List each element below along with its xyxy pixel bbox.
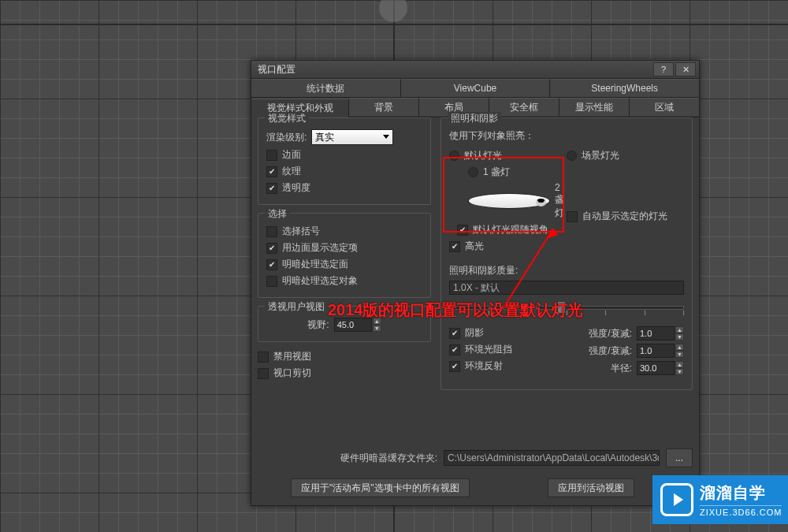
radius-input[interactable] [637,361,675,375]
cb-follow-view[interactable] [457,225,468,236]
cb-reflect[interactable] [449,361,460,372]
lbl-edge-sel: 用边面显示选定项 [282,241,358,255]
lbl-shade-face: 明暗处理选定面 [282,258,348,271]
lbl-highlight: 高光 [465,240,484,253]
tab-viewcube[interactable]: ViewCube [401,79,551,97]
legend-lighting: 照明和阴影 [448,112,501,125]
render-level-select[interactable]: 真实 [311,129,393,145]
watermark-logo-icon [660,483,693,516]
intensity1-spinner[interactable]: ▲▼ [637,326,684,340]
apply-active-button[interactable]: 应用到活动视图 [548,478,634,497]
cache-path[interactable]: C:\Users\Administrator\AppData\Local\Aut… [444,450,660,466]
lbl-default-light: 默认灯光 [464,149,502,162]
lbl-shade-obj: 明暗处理选定对象 [282,274,358,288]
fov-down[interactable]: ▼ [373,325,381,332]
tab-region[interactable]: 区域 [630,98,699,116]
cb-viewport-clip[interactable] [258,368,269,379]
dialog-title: 视口配置 [258,63,652,76]
cb-edge-sel[interactable] [266,243,277,254]
dialog-titlebar[interactable]: 视口配置 ? ✕ [251,61,699,79]
tab-background[interactable]: 背景 [349,98,419,116]
fov-label: 视野: [307,318,329,332]
annotation-text: 2014版的视口配置可以设置默认灯光 [328,299,584,321]
cb-shade-face[interactable] [266,259,277,270]
intensity1-label: 强度/衰减: [589,327,632,340]
viewport-config-dialog: 视口配置 ? ✕ 统计数据 ViewCube SteeringWheels 视觉… [251,60,700,506]
cb-ao[interactable] [449,344,460,355]
tabs-row-1: 统计数据 ViewCube SteeringWheels [251,79,699,98]
lbl-ao: 环境光阻挡 [465,343,512,356]
watermark: 溜溜自学 ZIXUE.3D66.COM [652,475,788,524]
legend-visual-style: 视觉样式 [265,112,309,125]
tab-display-perf[interactable]: 显示性能 [559,98,630,116]
radius-label: 半径: [611,362,632,375]
group-lighting: 照明和阴影 使用下列对象照亮： 默认灯光 1 盏灯 2 盏灯 默认灯光跟随视角 … [440,117,693,390]
lbl-one-light: 1 盏灯 [483,166,510,179]
tab-statistics[interactable]: 统计数据 [251,79,401,97]
lbl-two-light: 2 盏灯 [555,182,567,220]
lbl-texture: 纹理 [282,165,301,178]
group-visual-style: 视觉样式 渲染级别: 真实 边面 纹理 透明度 [258,117,431,205]
cb-auto-show[interactable] [567,211,578,222]
cb-disable-viewport[interactable] [258,352,269,363]
lbl-auto-show: 自动显示选定的灯光 [582,210,667,223]
lbl-viewport-clip: 视口剪切 [273,366,311,380]
cb-texture[interactable] [266,166,277,177]
tab-steeringwheels[interactable]: SteeringWheels [550,79,699,97]
lbl-scene-light: 场景灯光 [582,149,619,162]
intensity1-input[interactable] [637,326,675,340]
watermark-brand: 溜溜自学 [700,482,782,504]
rb-two-light[interactable] [468,193,550,209]
watermark-url: ZIXUE.3D66.COM [700,505,782,517]
intensity2-label: 强度/衰减: [589,344,632,358]
group-selection: 选择 选择括号 用边面显示选定项 明暗处理选定面 明暗处理选定对象 [258,213,431,298]
quality-value[interactable]: 1.0X - 默认 [449,281,684,295]
close-button[interactable]: ✕ [675,62,696,76]
cb-sel-bracket[interactable] [266,226,277,237]
intensity2-input[interactable] [637,344,675,358]
lbl-reflect: 环境反射 [465,359,503,373]
rb-scene-light[interactable] [567,151,577,161]
browse-button[interactable]: ... [666,448,693,467]
lbl-transparency: 透明度 [282,181,310,195]
legend-persp: 透视用户视图 [265,300,328,314]
quality-label: 照明和阴影质量: [449,264,518,277]
cb-highlight[interactable] [449,241,460,252]
rb-one-light[interactable] [468,167,478,177]
illum-label: 使用下列对象照亮： [449,129,534,143]
cb-shade-obj[interactable] [266,276,277,287]
lbl-shadow: 阴影 [465,326,484,340]
cb-transparency[interactable] [266,183,277,194]
lbl-sel-bracket: 选择括号 [282,225,320,238]
apply-layout-button[interactable]: 应用于"活动布局"选项卡中的所有视图 [291,478,470,497]
cb-edge-faces[interactable] [266,150,277,161]
cb-shadow[interactable] [449,328,460,339]
intensity2-spinner[interactable]: ▲▼ [637,344,684,358]
cache-label: 硬件明暗器缓存文件夹: [340,452,437,463]
radius-spinner[interactable]: ▲▼ [637,361,684,375]
lbl-edge-faces: 边面 [282,148,301,162]
rb-default-light[interactable] [449,151,459,161]
help-button[interactable]: ? [653,62,674,76]
lbl-follow-view: 默认灯光跟随视角 [473,223,548,236]
legend-selection: 选择 [265,207,290,221]
render-level-label: 渲染级别: [266,131,307,144]
lbl-disable-viewport: 禁用视图 [273,350,311,363]
